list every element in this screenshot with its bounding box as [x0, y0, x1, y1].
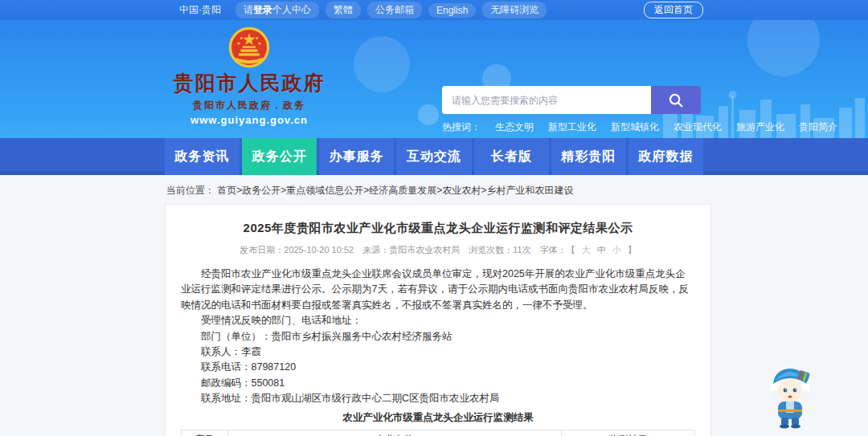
topbar-links: 中国·贵阳 请登录个人中心 繁體 公务邮箱 English 无障碍浏览	[171, 2, 547, 18]
article-source: 来源：贵阳市农业农村局	[362, 245, 460, 255]
article-paragraph: 受理情况反映的部门、电话和地址：	[181, 313, 695, 328]
search-input[interactable]	[442, 86, 651, 114]
site-url: www.guiyang.gov.cn	[173, 114, 326, 126]
topbar-link-traditional-chinese[interactable]: 繁體	[326, 2, 361, 18]
monitoring-result-table: 序号 企业名称 监测结果 1 贵州合力超市采购有限公司 合格 2 贵州友禾种业有…	[181, 430, 695, 436]
nav-item-senior-version[interactable]: 长者版	[474, 138, 549, 175]
main-nav: 政务资讯 政务公开 办事服务 互动交流 长者版 精彩贵阳 政府数据	[0, 138, 868, 175]
col-header-company: 企业名称	[227, 430, 561, 436]
nav-item-gov-data[interactable]: 政府数据	[628, 138, 703, 175]
nav-item-services[interactable]: 办事服务	[319, 138, 394, 175]
bokeh-decor	[418, 104, 439, 125]
contact-person-line: 联系人：李霞	[181, 344, 695, 360]
top-utility-bar: 中国·贵阳 请登录个人中心 繁體 公务邮箱 English 无障碍浏览 返回首页	[0, 0, 868, 20]
nav-item-wonderful-guiyang[interactable]: 精彩贵阳	[551, 138, 626, 175]
publish-date: 发布日期：2025-10-20 10:52	[240, 245, 354, 255]
view-count: 浏览次数：11次	[469, 245, 530, 255]
article-body: 经贵阳市农业产业化市级重点龙头企业联席会议成员单位审定，现对2025年开展的农业…	[181, 267, 695, 406]
hot-word-guiyang-intro[interactable]: 贵阳简介	[799, 120, 837, 134]
search-button[interactable]	[651, 86, 701, 114]
topbar-link-accessibility[interactable]: 无障碍浏览	[482, 2, 547, 18]
hot-word-ecology[interactable]: 生态文明	[495, 120, 534, 134]
article-paragraph: 经贵阳市农业产业化市级重点龙头企业联席会议成员单位审定，现对2025年开展的农业…	[181, 267, 695, 313]
hot-word-industrialization[interactable]: 新型工业化	[548, 120, 596, 134]
nav-item-gov-disclosure[interactable]: 政务公开	[242, 138, 317, 175]
nav-item-interaction[interactable]: 互动交流	[396, 138, 471, 175]
table-caption: 农业产业化市级重点龙头企业运行监测结果	[181, 411, 695, 425]
article-card: 2025年度贵阳市农业产业化市级重点龙头企业运行监测和评定结果公示 发布日期：2…	[165, 204, 711, 436]
bokeh-decor	[354, 36, 410, 92]
contact-address-line: 联系地址：贵阳市观山湖区市级行政中心二期C区贵阳市农业农村局	[181, 391, 695, 406]
site-logo-block[interactable]: 贵阳市人民政府 贵阳市人民政府．政务 www.guiyang.gov.cn	[173, 26, 326, 126]
breadcrumb-label: 当前位置：	[166, 185, 215, 196]
site-name: 贵阳市人民政府	[173, 70, 326, 96]
table-header-row: 序号 企业名称 监测结果	[182, 430, 695, 436]
font-size-large-button[interactable]: 大	[582, 245, 591, 255]
hot-word-urbanization[interactable]: 新型城镇化	[611, 120, 659, 134]
font-size-bracket: 】	[628, 245, 637, 255]
contact-phone-line: 联系电话：87987120	[181, 360, 695, 375]
col-header-result: 监测结果	[561, 430, 694, 436]
national-emblem-icon	[228, 26, 270, 68]
site-header-banner: 贵阳市人民政府 贵阳市人民政府．政务 www.guiyang.gov.cn 热搜…	[0, 20, 868, 138]
article-meta: 发布日期：2025-10-20 10:52 来源：贵阳市农业农村局 浏览次数：1…	[181, 244, 695, 256]
search-icon	[667, 92, 685, 109]
col-header-index: 序号	[182, 430, 228, 436]
breadcrumb: 当前位置： 首页>政务公开>重点领域信息公开>经济高质量发展>农业农村>乡村产业…	[165, 175, 703, 204]
article-title: 2025年度贵阳市农业产业化市级重点龙头企业运行监测和评定结果公示	[181, 221, 695, 236]
contact-department-line: 部门（单位）：贵阳市乡村振兴服务中心农村经济服务站	[181, 329, 695, 344]
login-prefix: 请	[244, 4, 253, 15]
topbar-link-english[interactable]: English	[428, 3, 476, 18]
hot-word-agriculture[interactable]: 农业现代化	[674, 120, 722, 134]
return-home-button[interactable]: 返回首页	[644, 2, 703, 18]
login-bold: 登录	[253, 4, 272, 15]
topbar-link-official-mail[interactable]: 公务邮箱	[367, 2, 422, 18]
font-size-small-button[interactable]: 小	[612, 245, 621, 255]
breadcrumb-path[interactable]: 首页>政务公开>重点领域信息公开>经济高质量发展>农业农村>乡村产业和农田建设	[217, 185, 573, 196]
hot-search-label: 热搜词：	[442, 120, 481, 134]
page: 中国·贵阳 请登录个人中心 繁體 公务邮箱 English 无障碍浏览 返回首页	[0, 0, 868, 436]
postal-code-line: 邮政编码：550081	[181, 376, 695, 391]
font-size-label: 字体：【	[540, 245, 575, 255]
hot-word-tourism[interactable]: 旅游产业化	[736, 120, 784, 134]
topbar-login-link[interactable]: 请登录个人中心	[235, 2, 319, 18]
nav-item-news[interactable]: 政务资讯	[165, 138, 240, 175]
font-size-medium-button[interactable]: 中	[597, 245, 606, 255]
mascot-icon[interactable]	[765, 361, 815, 429]
site-subtitle: 贵阳市人民政府．政务	[173, 99, 326, 112]
hot-search-row: 热搜词： 生态文明 新型工业化 新型城镇化 农业现代化 旅游产业化 贵阳简介	[442, 120, 701, 134]
login-suffix: 个人中心	[272, 4, 311, 15]
topbar-link-china-guiyang[interactable]: 中国·贵阳	[171, 2, 229, 18]
bokeh-decor	[747, 20, 820, 76]
search-block: 热搜词： 生态文明 新型工业化 新型城镇化 农业现代化 旅游产业化 贵阳简介	[442, 86, 701, 134]
